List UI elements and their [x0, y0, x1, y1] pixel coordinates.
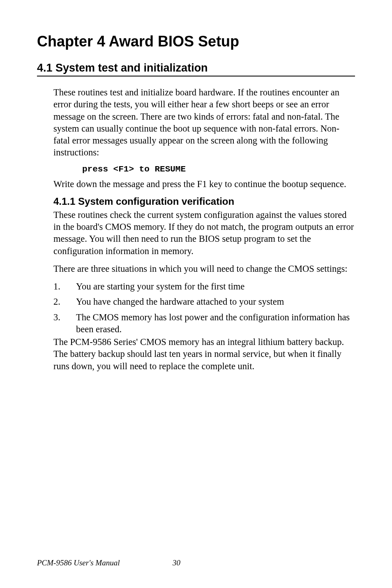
list-number: 1. — [53, 280, 76, 292]
body-paragraph: These routines check the current system … — [53, 209, 355, 257]
list-item: 1. You are starting your system for the … — [53, 280, 355, 292]
list-text: You are starting your system for the fir… — [76, 280, 355, 292]
body-paragraph: There are three situations in which you … — [53, 263, 355, 275]
body-paragraph: These routines test and initialize board… — [53, 86, 355, 159]
list-number: 2. — [53, 296, 76, 308]
code-instruction: press <F1> to RESUME — [82, 164, 355, 174]
footer-page-number: 30 — [173, 558, 180, 567]
body-paragraph: The PCM-9586 Series' CMOS memory has an … — [53, 336, 355, 372]
body-paragraph: Write down the message and press the F1 … — [53, 178, 355, 190]
list-item: 2. You have changed the hardware attache… — [53, 296, 355, 308]
section-rule — [37, 76, 355, 76]
subsection-title: 4.1.1 System configuration verification — [53, 196, 355, 207]
page-footer: PCM-9586 User's Manual 30 — [37, 558, 355, 567]
list-item: 3. The CMOS memory has lost power and th… — [53, 311, 355, 336]
chapter-title: Chapter 4 Award BIOS Setup — [37, 33, 355, 50]
footer-manual-title: PCM-9586 User's Manual — [37, 558, 120, 567]
list-text: You have changed the hardware attached t… — [76, 296, 355, 308]
section-title: 4.1 System test and initialization — [37, 62, 355, 74]
list-text: The CMOS memory has lost power and the c… — [76, 311, 355, 336]
list-number: 3. — [53, 311, 76, 336]
